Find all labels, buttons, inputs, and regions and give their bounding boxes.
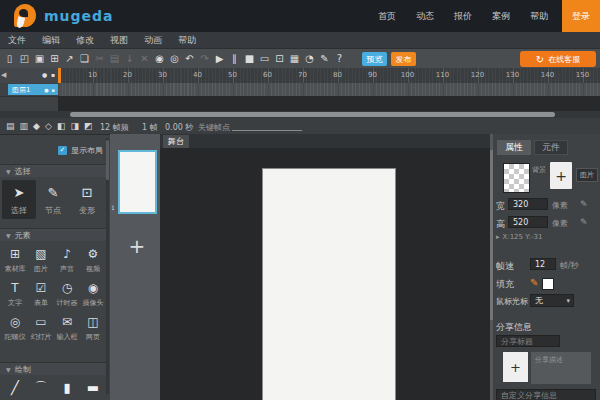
- toolbar-icon[interactable]: ∥: [229, 52, 240, 66]
- preview-button[interactable]: 预览: [362, 52, 387, 66]
- tab-properties[interactable]: 属性: [497, 140, 531, 155]
- element-tool-button[interactable]: ✉ 输入框: [54, 314, 80, 342]
- share-title-input[interactable]: 分享标题: [496, 335, 560, 347]
- menu-item[interactable]: 视图: [110, 34, 128, 47]
- timeline-scrollbar[interactable]: [70, 112, 555, 117]
- section-header-elements[interactable]: ▼ 元素: [0, 228, 106, 241]
- nav-link[interactable]: 报价: [454, 10, 472, 23]
- fill-brush-icon[interactable]: ✎: [530, 277, 538, 288]
- toolbar-icon[interactable]: ↓: [124, 52, 135, 66]
- frame-edit-icon[interactable]: ▥: [20, 121, 29, 131]
- tab-components[interactable]: 元件: [534, 140, 568, 155]
- element-tool-button[interactable]: ◎ 陀螺仪: [2, 314, 28, 342]
- toolbar-icon[interactable]: ◎: [169, 52, 180, 66]
- toolbar-icon[interactable]: ↷: [199, 52, 210, 66]
- layer-lock-icon[interactable]: ▪: [52, 87, 55, 93]
- menu-item[interactable]: 帮助: [178, 34, 196, 47]
- tab-stage[interactable]: 舞台: [163, 135, 189, 148]
- toolbar-icon[interactable]: ▶: [214, 52, 225, 66]
- height-field[interactable]: 520: [508, 216, 548, 228]
- framerate-field[interactable]: 12: [530, 258, 556, 270]
- height-edit-icon[interactable]: ✎: [580, 217, 588, 227]
- element-tool-button[interactable]: ◷ 计时器: [54, 280, 80, 308]
- frame-edit-icon[interactable]: ◆: [33, 121, 40, 131]
- element-tool-button[interactable]: ▭ 幻灯片: [28, 314, 54, 342]
- tool-button[interactable]: ⊡ 变形: [70, 180, 104, 219]
- stage[interactable]: [262, 168, 396, 400]
- section-header-select[interactable]: ▼ 选择: [0, 164, 106, 177]
- toolbar-icon[interactable]: ✂: [94, 52, 105, 66]
- page-thumbnail-selected[interactable]: [118, 150, 157, 214]
- toolbar-icon[interactable]: ▭: [259, 52, 270, 66]
- toolbar-icon[interactable]: ▤: [109, 52, 120, 66]
- frame-edit-icon[interactable]: ◇: [45, 121, 52, 131]
- frame-edit-icon[interactable]: ◨: [70, 121, 79, 131]
- show-layout-checkbox[interactable]: ✓ 显示布局: [58, 145, 103, 156]
- draw-tool-button[interactable]: ▮: [54, 380, 80, 396]
- section-header-draw[interactable]: ▼ 绘制: [0, 362, 106, 375]
- background-color-swatch[interactable]: [503, 163, 530, 193]
- toolbar-icon[interactable]: ❏: [79, 52, 90, 66]
- timeline-scroll-left-icon[interactable]: ◀: [1, 71, 6, 79]
- element-tool-button[interactable]: ▧ 图片: [28, 246, 54, 274]
- layers-visibility-icon[interactable]: ●: [42, 71, 47, 78]
- toolbar-icon[interactable]: ↶: [184, 52, 195, 66]
- draw-tool-button[interactable]: ⌒: [28, 380, 54, 396]
- element-tool-button[interactable]: ☑ 表单: [28, 280, 54, 308]
- background-image-button[interactable]: 图片: [576, 168, 598, 182]
- tool-button[interactable]: ➤ 选择: [2, 180, 36, 219]
- toolbar-icon[interactable]: ▣: [34, 52, 45, 66]
- login-button[interactable]: 登录: [562, 0, 600, 32]
- menu-item[interactable]: 修改: [76, 34, 94, 47]
- menu-item[interactable]: 文件: [8, 34, 26, 47]
- toolbar-icon[interactable]: ■: [244, 52, 255, 66]
- frame-edit-icon[interactable]: ◩: [84, 121, 93, 131]
- keyframe-label-input[interactable]: [232, 130, 302, 131]
- menu-item[interactable]: 编辑: [42, 34, 60, 47]
- nav-link[interactable]: 案例: [492, 10, 510, 23]
- toolbar-icon[interactable]: ↗: [64, 52, 75, 66]
- toolbar-icon[interactable]: ✎: [319, 52, 330, 66]
- mouse-cursor-select[interactable]: 无 ▾: [530, 294, 574, 307]
- tool-button[interactable]: ✎ 节点: [36, 180, 70, 219]
- draw-tool-button[interactable]: ▬: [80, 380, 106, 396]
- add-background-image-button[interactable]: +: [550, 162, 572, 189]
- width-field[interactable]: 320: [508, 198, 548, 210]
- online-support-button[interactable]: ↻ 在线客服: [520, 51, 596, 67]
- element-tool-button[interactable]: T 文字: [2, 280, 28, 308]
- toolbar-icon[interactable]: ✕: [139, 52, 150, 66]
- element-tool-button[interactable]: ◫ 网页: [80, 314, 106, 342]
- draw-tool-button[interactable]: ╱: [2, 380, 28, 396]
- layers-lock-icon[interactable]: ▪: [51, 71, 55, 78]
- toolbar-icon[interactable]: ◰: [19, 52, 30, 66]
- publish-button[interactable]: 发布: [391, 52, 416, 66]
- nav-link[interactable]: 帮助: [530, 10, 548, 23]
- element-tool-button[interactable]: ◉ 摄像头: [80, 280, 106, 308]
- timeline-ruler[interactable]: 102030405060708090100110120130140150: [58, 68, 600, 83]
- toolbar-icon[interactable]: ⊞: [49, 52, 60, 66]
- element-tool-button[interactable]: ♪ 声音: [54, 246, 80, 274]
- toolbar-icon[interactable]: ⊡: [274, 52, 285, 66]
- frame-edit-icon[interactable]: ◧: [57, 121, 66, 131]
- width-edit-icon[interactable]: ✎: [580, 199, 588, 209]
- fill-color-swatch[interactable]: [542, 278, 554, 290]
- layer-item-selected[interactable]: 图层1 ● ▪: [8, 84, 58, 95]
- menu-item[interactable]: 动画: [144, 34, 162, 47]
- tools-panel-scrollbar[interactable]: [106, 140, 109, 180]
- layer-frames-track[interactable]: [58, 83, 600, 96]
- element-tool-button[interactable]: ⚙ 视频: [80, 246, 106, 274]
- properties-scrollbar[interactable]: [490, 150, 493, 320]
- nav-link[interactable]: 首页: [378, 10, 396, 23]
- toolbar-icon[interactable]: ◉: [154, 52, 165, 66]
- toolbar-icon[interactable]: ◔: [304, 52, 315, 66]
- element-tool-button[interactable]: ⊞ 素材库: [2, 246, 28, 274]
- share-custom-input[interactable]: 自定义分享信息: [496, 389, 596, 400]
- toolbar-icon[interactable]: ▯: [4, 52, 15, 66]
- toolbar-icon[interactable]: ?: [334, 52, 345, 66]
- add-page-button[interactable]: +: [126, 234, 148, 258]
- add-share-image-button[interactable]: +: [503, 352, 528, 382]
- toolbar-icon[interactable]: ▦: [289, 52, 300, 66]
- layer-eye-icon[interactable]: ●: [44, 87, 48, 93]
- frame-edit-icon[interactable]: ▤: [6, 121, 15, 131]
- nav-link[interactable]: 动态: [416, 10, 434, 23]
